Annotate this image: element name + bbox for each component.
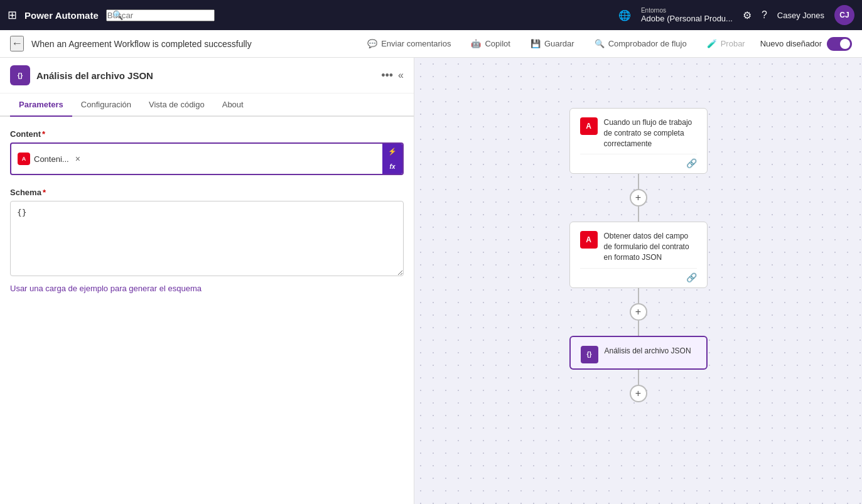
tab-about[interactable]: About: [213, 94, 252, 117]
flow-diagram: A Cuando un flujo de trabajo de contrato…: [569, 108, 708, 402]
node1-link-icon: 🔗: [686, 158, 697, 168]
node2-icon-letter: A: [586, 235, 591, 244]
probar-button[interactable]: 🧪 Probar: [702, 36, 750, 51]
breadcrumb-bar: ← When an Agreement Workflow is complete…: [0, 30, 862, 58]
line-1: [638, 174, 639, 189]
content-form-group: Content* A Conteni... × ⚡: [10, 129, 404, 175]
node2-link-icon: 🔗: [686, 272, 697, 282]
schema-sample-link[interactable]: Usar una carga de ejemplo para generar e…: [10, 284, 202, 293]
app-logo: Power Automate: [24, 10, 99, 21]
nuevo-disenador-wrap: Nuevo diseñador: [760, 37, 852, 51]
flow-node-2[interactable]: A Obtener datos del campo de formulario …: [569, 222, 708, 287]
environments-icon[interactable]: 🌐: [618, 9, 631, 21]
line-4: [638, 321, 639, 336]
content-tag-close-button[interactable]: ×: [75, 154, 80, 164]
panel-title: Análisis del archivo JSON: [36, 70, 375, 81]
schema-required: *: [43, 188, 46, 197]
schema-label: Schema*: [10, 188, 404, 197]
username: Casey Jones: [777, 11, 824, 20]
copilot-icon: 🤖: [471, 39, 481, 48]
flow-node-1[interactable]: A Cuando un flujo de trabajo de contrato…: [569, 108, 708, 174]
avatar-initials: CJ: [839, 11, 849, 19]
node3-icon: {}: [581, 346, 598, 363]
node3-icon-letter: {}: [587, 351, 592, 358]
connector-3: +: [630, 370, 647, 402]
content-tag: A Conteni... ×: [11, 149, 382, 169]
breadcrumb-actions: 💬 Enviar comentarios 🤖 Copilot 💾 Guardar…: [362, 36, 852, 51]
line-3: [638, 288, 639, 303]
panel-header: {} Análisis del archivo JSON ••• «: [0, 58, 414, 94]
flow-node-3[interactable]: {} Análisis del archivo JSON: [569, 336, 708, 370]
add-step-button-2[interactable]: +: [630, 303, 647, 321]
probar-label: Probar: [721, 39, 745, 48]
panel-icon: {}: [10, 65, 30, 85]
environment-info[interactable]: Entornos Adobe (Personal Produ...: [641, 7, 733, 23]
node2-footer: 🔗: [580, 268, 697, 282]
tab-vista-codigo[interactable]: Vista de código: [140, 94, 213, 117]
schema-textarea[interactable]: {}: [10, 201, 404, 276]
nuevo-disenador-label: Nuevo diseñador: [760, 39, 822, 48]
search-icon: 🔍: [112, 10, 123, 20]
main-layout: {} Análisis del archivo JSON ••• « Param…: [0, 58, 862, 504]
node2-title: Obtener datos del campo de formulario de…: [604, 231, 697, 262]
node1-header: A Cuando un flujo de trabajo de contrato…: [580, 117, 697, 149]
copilot-label: Copilot: [485, 39, 510, 48]
check-icon: 🔍: [595, 39, 605, 48]
adobe-icon: A: [22, 156, 26, 162]
enviar-comentarios-button[interactable]: 💬 Enviar comentarios: [362, 36, 456, 51]
fx-icon: fx: [390, 163, 396, 170]
node2-header: A Obtener datos del campo de formulario …: [580, 231, 697, 262]
canvas: A Cuando un flujo de trabajo de contrato…: [414, 58, 862, 504]
grid-icon[interactable]: ⊞: [8, 8, 17, 22]
add-step-button-3[interactable]: +: [630, 385, 647, 402]
line-2: [638, 206, 639, 222]
lightning-icon: ⚡: [388, 147, 397, 156]
left-panel: {} Análisis del archivo JSON ••• « Param…: [0, 58, 414, 504]
guardar-label: Guardar: [544, 39, 574, 48]
content-tag-icon: A: [18, 153, 30, 165]
comment-icon: 💬: [367, 39, 377, 48]
enviar-label: Enviar comentarios: [381, 39, 451, 48]
add-step-button-1[interactable]: +: [630, 189, 647, 206]
content-side-buttons: ⚡ fx: [382, 144, 402, 174]
node2-icon: A: [580, 231, 598, 249]
comprobador-button[interactable]: 🔍 Comprobador de flujo: [590, 36, 692, 51]
save-icon: 💾: [531, 39, 541, 48]
help-icon[interactable]: ?: [762, 9, 767, 21]
content-required: *: [42, 129, 45, 139]
nuevo-disenador-toggle[interactable]: [827, 37, 852, 51]
comprobador-label: Comprobador de flujo: [608, 39, 687, 48]
node3-header: {} Análisis del archivo JSON: [581, 346, 696, 363]
node1-icon-letter: A: [586, 122, 591, 131]
copilot-button[interactable]: 🤖 Copilot: [466, 36, 515, 51]
tabs: Parameters Configuración Vista de código…: [0, 94, 414, 117]
content-input-wrap[interactable]: A Conteni... × ⚡ fx: [10, 142, 404, 175]
node1-title: Cuando un flujo de trabajo de contrato s…: [604, 117, 697, 149]
topnav-right: 🌐 Entornos Adobe (Personal Produ... ⚙ ? …: [618, 5, 854, 25]
json-icon: {}: [18, 72, 23, 79]
connector-1: +: [630, 174, 647, 222]
guardar-button[interactable]: 💾 Guardar: [525, 36, 579, 51]
content-tag-text: Conteni...: [34, 154, 69, 164]
settings-icon[interactable]: ⚙: [743, 9, 752, 21]
search-wrapper: 🔍: [106, 9, 370, 21]
env-label: Entornos: [641, 7, 666, 14]
node1-footer: 🔗: [580, 154, 697, 168]
content-label: Content*: [10, 129, 404, 139]
line-5: [638, 370, 639, 385]
env-name: Adobe (Personal Produ...: [641, 14, 733, 23]
collapse-icon[interactable]: «: [398, 70, 404, 81]
avatar[interactable]: CJ: [834, 5, 854, 25]
back-button[interactable]: ←: [10, 36, 24, 51]
lightning-button[interactable]: ⚡: [382, 144, 402, 159]
form-body: Content* A Conteni... × ⚡: [0, 117, 414, 504]
fx-button[interactable]: fx: [382, 159, 402, 174]
test-icon: 🧪: [707, 39, 717, 48]
connector-2: +: [630, 288, 647, 336]
top-navigation: ⊞ Power Automate 🔍 🌐 Entornos Adobe (Per…: [0, 0, 862, 30]
panel-header-actions: ••• «: [381, 69, 404, 82]
schema-form-group: Schema* {} Usar una carga de ejemplo par…: [10, 188, 404, 294]
more-options-icon[interactable]: •••: [381, 69, 393, 82]
tab-parameters[interactable]: Parameters: [10, 94, 72, 117]
tab-configuracion[interactable]: Configuración: [72, 94, 140, 117]
